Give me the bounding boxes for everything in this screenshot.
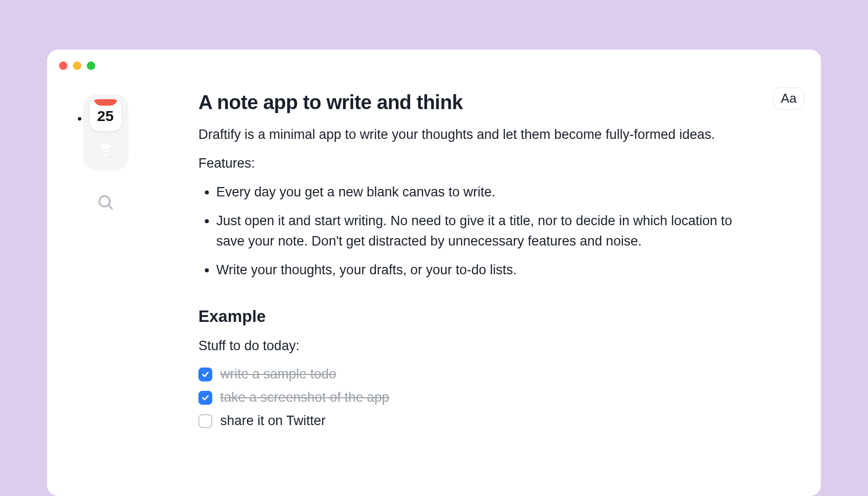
app-body: 25 Aa A note a: [47, 50, 821, 496]
todo-checkbox[interactable]: [198, 391, 212, 405]
search-icon: [97, 194, 114, 211]
note-intro[interactable]: Draftify is a minimal app to write your …: [198, 124, 781, 145]
todo-text[interactable]: write a sample todo: [220, 367, 336, 382]
todo-item: write a sample todo: [198, 367, 781, 382]
features-list: Every day you get a new blank canvas to …: [198, 182, 781, 280]
svg-line-1: [108, 205, 112, 209]
check-icon: [201, 370, 210, 379]
todo-checkbox[interactable]: [198, 368, 212, 381]
todo-checkbox[interactable]: [198, 414, 212, 428]
features-label[interactable]: Features:: [198, 156, 781, 171]
note-content[interactable]: Aa A note app to write and think Draftif…: [164, 82, 821, 496]
typography-button[interactable]: Aa: [773, 87, 804, 110]
sidebar-nav-group: 25: [83, 94, 128, 171]
close-window-button[interactable]: [59, 62, 67, 70]
todo-text[interactable]: share it on Twitter: [220, 413, 326, 429]
todo-text[interactable]: take a screenshot of the app: [220, 390, 389, 405]
fullscreen-window-button[interactable]: [87, 62, 95, 70]
stack-icon: [95, 139, 116, 160]
list-item[interactable]: Just open it and start writing. No need …: [216, 211, 781, 251]
example-heading[interactable]: Example: [198, 307, 781, 326]
todo-item: share it on Twitter: [198, 413, 781, 429]
todo-item: take a screenshot of the app: [198, 390, 781, 405]
check-icon: [201, 393, 210, 402]
today-button[interactable]: 25: [90, 99, 122, 131]
note-title[interactable]: A note app to write and think: [198, 91, 781, 114]
example-intro[interactable]: Stuff to do today:: [198, 336, 781, 356]
sidebar: 25: [47, 82, 164, 496]
traffic-lights: [59, 62, 95, 70]
calendar-icon: [94, 99, 118, 106]
list-item[interactable]: Every day you get a new blank canvas to …: [216, 182, 781, 202]
app-window: 25 Aa A note a: [47, 50, 821, 496]
search-button[interactable]: [90, 186, 122, 218]
todo-list: write a sample todo take a screenshot of…: [198, 367, 781, 429]
active-indicator-dot: [78, 117, 81, 121]
calendar-day-number: 25: [97, 108, 114, 124]
list-item[interactable]: Write your thoughts, your drafts, or you…: [216, 260, 781, 280]
minimize-window-button[interactable]: [73, 62, 81, 70]
all-notes-button[interactable]: [90, 134, 122, 166]
